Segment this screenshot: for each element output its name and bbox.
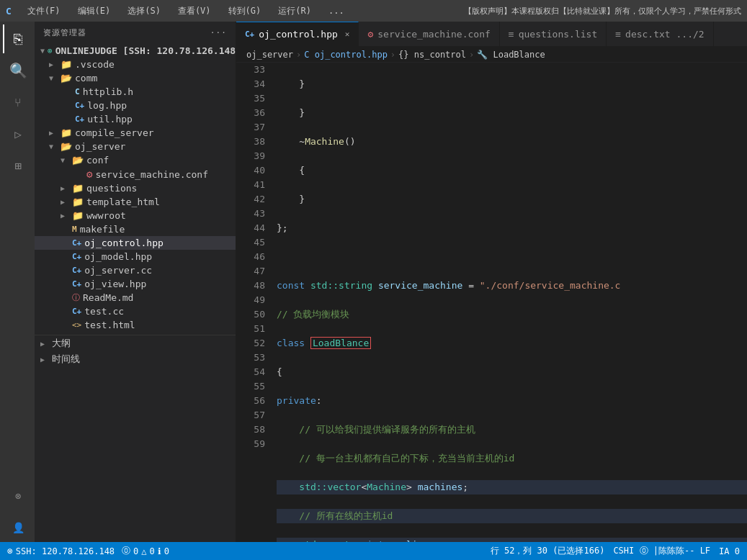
tab-questions-list[interactable]: ≡ questions.list — [500, 22, 607, 46]
tree-vscode[interactable]: ▶ 📁 .vscode — [35, 58, 236, 71]
tree-test-cc[interactable]: C+ test.cc — [35, 304, 236, 318]
folder-icon: 📂 — [61, 141, 72, 152]
error-count: 0 — [133, 546, 138, 556]
status-ssh[interactable]: ⊗ SSH: 120.78.126.148 — [7, 546, 115, 556]
editor: C+ oj_control.hpp ✕ ⚙ service_machine.co… — [236, 22, 747, 542]
tree-onlinejudge[interactable]: ▼ ⊗ ONLINEJUDGE [SSH: 120.78.126.148] — [35, 44, 236, 58]
status-encoding[interactable]: CSHI ⓪ |陈陈陈-- LF — [613, 545, 710, 557]
tree-oj-model[interactable]: C+ oj_model.hpp — [35, 250, 236, 263]
tree-label: httplib.h — [83, 86, 133, 97]
code-content[interactable]: } } ~Machine() { } }; const std::string … — [271, 63, 747, 542]
tree-template-html[interactable]: ▶ 📁 template_html — [35, 195, 236, 209]
tree-conf[interactable]: ▼ 📂 conf — [35, 153, 236, 167]
tree-label: oj_server — [75, 141, 125, 152]
tree-outline[interactable]: ▶ 大纲 — [35, 335, 236, 351]
tree-label: test.cc — [84, 306, 124, 317]
menu-edit[interactable]: 编辑(E) — [73, 4, 115, 19]
tree-compile-server[interactable]: ▶ 📁 compile_server — [35, 126, 236, 140]
tree-label: 时间线 — [52, 353, 80, 366]
tree-makefile[interactable]: M makefile — [35, 222, 236, 236]
tree-label: template_html — [86, 197, 160, 207]
tree-httplib[interactable]: C httplib.h — [35, 85, 236, 99]
folder-icon: 📁 — [61, 59, 72, 70]
code-line-38: }; — [277, 221, 747, 235]
activity-debug[interactable]: ▷ — [3, 119, 32, 148]
tree-oj-server[interactable]: ▼ 📂 oj_server — [35, 140, 236, 153]
tab-icon: ≡ — [615, 29, 621, 40]
code-line-47: std::vector<Machine> machines; — [277, 480, 747, 494]
bc-loadblance[interactable]: 🔧 LoadBlance — [477, 50, 545, 60]
sidebar-header: 资源管理器 ··· — [35, 22, 236, 44]
m-icon: M — [72, 225, 77, 234]
gear-icon: ⚙ — [86, 168, 92, 180]
brand-logo: C — [6, 6, 12, 17]
code-line-46: // 每一台主机都有自己的下标，充当当前主机的id — [277, 451, 747, 466]
code-area[interactable]: 33 34 35 36 37 38 39 40 41 42 43 44 45 4… — [236, 63, 747, 542]
sidebar-options[interactable]: ··· — [210, 28, 227, 37]
tree-log[interactable]: C+ log.hpp — [35, 99, 236, 112]
code-line-45: // 可以给我们提供编译服务的所有的主机 — [277, 423, 747, 437]
tree-oj-control[interactable]: C+ oj_control.hpp — [35, 236, 236, 250]
code-line-33: } — [277, 77, 747, 91]
activity-files[interactable]: ⎘ — [3, 24, 32, 53]
tree-readme[interactable]: ⓘ ReadMe.md — [35, 291, 236, 304]
tree-oj-view[interactable]: C+ oj_view.hpp — [35, 277, 236, 291]
menu-file[interactable]: 文件(F) — [23, 4, 65, 19]
menu-goto[interactable]: 转到(G) — [224, 4, 266, 19]
tree-oj-server-cc[interactable]: C+ oj_server.cc — [35, 263, 236, 277]
cpp-icon: C+ — [72, 252, 81, 261]
tab-icon: ≡ — [509, 29, 514, 40]
tree-timeline[interactable]: ▶ 时间线 — [35, 351, 236, 367]
status-right: 行 52，列 30 (已选择166) CSHI ⓪ |陈陈陈-- LF IA 0 — [491, 545, 740, 557]
menu-more[interactable]: ... — [324, 4, 349, 17]
cpp-icon: C+ — [72, 307, 81, 316]
status-ia[interactable]: IA 0 — [719, 546, 740, 556]
tab-close[interactable]: ✕ — [345, 30, 350, 39]
activity-git[interactable]: ⑂ — [3, 88, 32, 117]
activity-user[interactable]: 👤 — [3, 513, 32, 542]
remote-icon: ⊗ — [7, 546, 13, 556]
code-line-42: class LoadBlance — [277, 336, 747, 351]
bc-oj-server[interactable]: oj_server — [246, 50, 293, 60]
cpp-icon: C+ — [75, 114, 84, 124]
tab-service-machine[interactable]: ⚙ service_machine.conf — [359, 22, 499, 46]
status-position[interactable]: 行 52，列 30 (已选择166) — [491, 545, 605, 557]
cpp-icon: C+ — [75, 101, 84, 110]
tab-icon: ⚙ — [367, 29, 373, 40]
folder-icon: 📁 — [72, 197, 84, 207]
tree-label: 大纲 — [52, 337, 71, 350]
tree-service-machine-conf[interactable]: ⚙ service_machine.conf — [35, 167, 236, 181]
menu-run[interactable]: 运行(R) — [274, 4, 316, 19]
sidebar-title: 资源管理器 — [43, 27, 87, 38]
code-line-43: { — [277, 365, 747, 379]
tab-label: desc.txt .../2 — [625, 29, 704, 40]
bc-sep2: › — [390, 50, 395, 60]
bc-oj-control[interactable]: C oj_control.hpp — [304, 50, 388, 60]
menu-select[interactable]: 选择(S) — [123, 4, 165, 19]
status-errors[interactable]: ⓪ 0 △ 0 ℹ 0 — [122, 545, 169, 557]
activity-extensions[interactable]: ⊞ — [3, 151, 32, 180]
tab-desc-txt[interactable]: ≡ desc.txt .../2 — [607, 22, 713, 46]
bc-sep3: › — [469, 50, 474, 60]
folder-icon: 📁 — [61, 127, 72, 138]
tree-test-html[interactable]: <> test.html — [35, 318, 236, 332]
cpp-icon: C+ — [72, 238, 81, 248]
chevron-icon: ▼ — [61, 156, 69, 164]
bc-ns-control[interactable]: {} ns_control — [398, 50, 466, 60]
chevron-icon: ▶ — [49, 60, 58, 68]
bc-sep: › — [296, 50, 301, 60]
breadcrumb: oj_server › C oj_control.hpp › {} ns_con… — [236, 47, 747, 63]
tree-questions[interactable]: ▶ 📁 questions — [35, 181, 236, 195]
activity-remote[interactable]: ⊗ — [3, 482, 32, 510]
activity-search[interactable]: 🔍 — [3, 56, 32, 85]
menu-view[interactable]: 查看(V) — [174, 4, 215, 19]
status-ssh-label: SSH: 120.78.126.148 — [16, 546, 115, 556]
tree-wwwroot[interactable]: ▶ 📁 wwwroot — [35, 209, 236, 222]
tree-comm[interactable]: ▼ 📂 comm — [35, 71, 236, 85]
tab-oj-control[interactable]: C+ oj_control.hpp ✕ — [236, 22, 359, 46]
tree-label: conf — [86, 155, 109, 166]
tree-label: questions — [86, 183, 137, 194]
chevron-icon: ▶ — [40, 356, 49, 363]
tree-util[interactable]: C+ util.hpp — [35, 112, 236, 126]
tree-label: .vscode — [75, 59, 115, 70]
